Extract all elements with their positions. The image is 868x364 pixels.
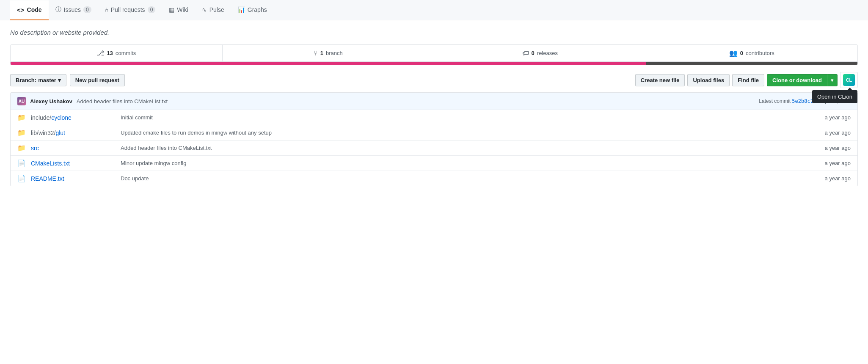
clion-abbr: CL <box>846 77 852 83</box>
tab-graphs-label: Graphs <box>248 6 267 13</box>
stat-branches[interactable]: ⑂ 1 branch <box>223 45 435 61</box>
file-name-plain: include/ <box>31 114 51 121</box>
tab-issues[interactable]: ⓘ Issues 0 <box>49 0 98 20</box>
releases-label: releases <box>537 50 558 56</box>
file-name-link[interactable]: glut <box>55 130 65 136</box>
file-commit-message: Initial commit <box>121 114 812 121</box>
issue-icon: ⓘ <box>55 6 61 14</box>
file-name-cell: src <box>31 145 116 152</box>
tab-wiki[interactable]: ▦ Wiki <box>162 0 195 20</box>
contributors-icon: 👥 <box>729 49 738 57</box>
issues-badge: 0 <box>83 6 91 13</box>
tabs-bar: <> Code ⓘ Issues 0 ⑃ Pull requests 0 ▦ W… <box>0 0 868 20</box>
find-file-button[interactable]: Find file <box>732 74 764 86</box>
main-content: No description or website provided. ⎇ 13… <box>0 20 868 195</box>
clion-tooltip-text: Open in CLion <box>817 94 852 100</box>
file-row: 📁lib/win32/glutUpdated cmake files to ru… <box>11 125 857 141</box>
toolbar-right: Create new file Upload files Find file C… <box>635 72 858 88</box>
file-commit-message: Doc update <box>121 175 812 182</box>
tab-issues-label: Issues <box>64 6 81 13</box>
file-name-link[interactable]: src <box>31 145 39 152</box>
folder-icon: 📁 <box>17 144 26 152</box>
tab-wiki-label: Wiki <box>177 6 188 13</box>
branch-name: master <box>38 77 56 83</box>
file-name-cell: include/cyclone <box>31 114 116 121</box>
wiki-icon: ▦ <box>169 6 174 13</box>
clion-icon: CL <box>843 74 855 86</box>
branches-label: branch <box>326 50 343 56</box>
file-name-link[interactable]: README.txt <box>31 175 64 182</box>
clion-tooltip: Open in CLion <box>812 90 857 103</box>
file-row: 📁include/cycloneInitial commita year ago <box>11 110 857 125</box>
file-name-link[interactable]: CMakeLists.txt <box>31 160 70 167</box>
tab-pull-requests[interactable]: ⑃ Pull requests 0 <box>98 0 163 20</box>
graph-icon: 📊 <box>238 6 245 13</box>
commits-count: 13 <box>107 50 113 56</box>
clone-or-download-split-button: Clone or download ▾ <box>767 74 838 86</box>
folder-icon: 📁 <box>17 113 26 121</box>
file-commit-message: Updated cmake files to run demos in ming… <box>121 130 812 136</box>
stats-bar: ⎇ 13 commits ⑂ 1 branch 🏷 0 releases 👥 0… <box>10 44 858 62</box>
create-new-file-label: Create new file <box>641 77 680 83</box>
stat-contributors[interactable]: 👥 0 contributors <box>646 45 858 61</box>
find-file-label: Find file <box>738 77 759 83</box>
file-name-link[interactable]: cyclone <box>51 114 71 121</box>
commit-message: Added header files into CMakeList.txt <box>77 98 168 105</box>
tab-graphs[interactable]: 📊 Graphs <box>231 0 274 20</box>
commits-label: commits <box>116 50 136 56</box>
new-pull-request-label: New pull request <box>75 77 119 83</box>
file-rows-container: 📁include/cycloneInitial commita year ago… <box>11 110 857 186</box>
toolbar-left: Branch: master ▾ New pull request <box>10 74 125 86</box>
file-commit-message: Minor update mingw config <box>121 160 812 166</box>
caret-down-icon: ▾ <box>831 77 834 83</box>
repo-toolbar: Branch: master ▾ New pull request Create… <box>10 72 858 88</box>
tab-code[interactable]: <> Code <box>10 0 49 20</box>
create-new-file-button[interactable]: Create new file <box>635 74 685 86</box>
clone-or-download-caret[interactable]: ▾ <box>827 74 838 86</box>
lang-pink <box>11 62 646 65</box>
tab-pr-label: Pull requests <box>111 6 145 13</box>
avatar-image: AU <box>17 97 26 105</box>
code-icon: <> <box>17 6 25 14</box>
file-age: a year ago <box>817 145 851 151</box>
tab-code-label: Code <box>27 6 42 13</box>
avatar: AU <box>17 97 26 105</box>
releases-count: 0 <box>532 50 535 56</box>
new-pull-request-button[interactable]: New pull request <box>70 74 125 86</box>
branch-icon: ⑂ <box>314 50 318 57</box>
tag-icon: 🏷 <box>522 50 529 57</box>
commit-author[interactable]: Alexey Ushakov <box>30 98 72 105</box>
commits-icon: ⎇ <box>96 49 104 57</box>
latest-commit-prefix: Latest commit <box>759 98 791 104</box>
commit-sha[interactable]: 5e2b8c7 <box>792 98 813 104</box>
file-name-cell: lib/win32/glut <box>31 130 116 136</box>
file-name-cell: README.txt <box>31 175 116 182</box>
lang-dark <box>646 62 857 65</box>
contributors-label: contributors <box>746 50 774 56</box>
upload-files-button[interactable]: Upload files <box>687 74 730 86</box>
latest-commit-row: AU Alexey Ushakov Added header files int… <box>11 93 857 110</box>
contributors-count: 0 <box>740 50 743 56</box>
stat-commits[interactable]: ⎇ 13 commits <box>11 45 223 61</box>
file-doc-icon: 📄 <box>17 159 26 167</box>
file-row: 📄README.txtDoc updatea year ago <box>11 171 857 186</box>
branches-count: 1 <box>320 50 323 56</box>
pr-icon: ⑃ <box>105 6 108 13</box>
stat-releases[interactable]: 🏷 0 releases <box>434 45 646 61</box>
branch-label: Branch: <box>16 77 36 83</box>
tab-pulse[interactable]: ∿ Pulse <box>195 0 231 20</box>
open-in-clion-button[interactable]: CL Open in CLion <box>840 72 858 88</box>
file-age: a year ago <box>817 160 851 166</box>
pr-badge: 0 <box>148 6 156 13</box>
tab-pulse-label: Pulse <box>209 6 224 13</box>
file-name-cell: CMakeLists.txt <box>31 160 116 167</box>
file-table: AU Alexey Ushakov Added header files int… <box>10 92 858 186</box>
language-bar <box>10 62 858 65</box>
file-name-plain: lib/win32/ <box>31 130 55 136</box>
clone-or-download-label: Clone or download <box>772 77 822 83</box>
clone-or-download-button[interactable]: Clone or download <box>767 74 827 86</box>
file-age: a year ago <box>817 114 851 121</box>
folder-icon: 📁 <box>17 129 26 137</box>
upload-files-label: Upload files <box>693 77 724 83</box>
branch-selector[interactable]: Branch: master ▾ <box>10 74 66 86</box>
